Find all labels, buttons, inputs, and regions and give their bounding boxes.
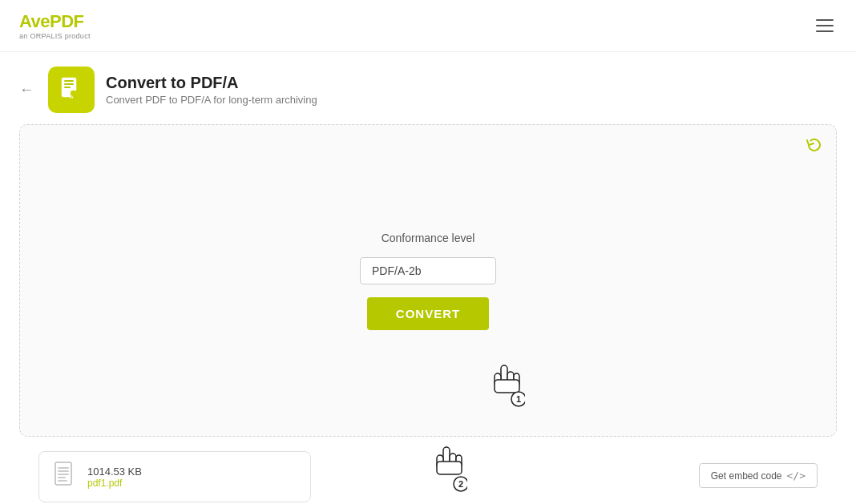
hamburger-menu[interactable]: [813, 16, 837, 35]
file-name: pdf1.pdf: [87, 478, 142, 489]
hamburger-line-1: [816, 19, 834, 21]
logo-area: AvePDF an ORPALIS product: [19, 11, 91, 40]
svg-rect-21: [58, 467, 69, 469]
embed-label: Get embed code: [711, 470, 782, 482]
dropdown-container: PDF/A-1a PDF/A-1b PDF/A-2a PDF/A-2b PDF/…: [360, 257, 496, 284]
svg-rect-2: [64, 83, 74, 85]
svg-rect-25: [58, 480, 67, 482]
file-size: 1014.53 KB: [87, 466, 142, 478]
center-content: Conformance level PDF/A-1a PDF/A-1b PDF/…: [20, 125, 836, 436]
page-header: ← A Convert to PDF/A Convert PDF to PDF/…: [0, 52, 856, 124]
page-title: Convert to PDF/A: [106, 74, 317, 92]
hamburger-line-2: [816, 25, 834, 26]
svg-rect-1: [64, 80, 74, 82]
tool-icon-box: A: [48, 67, 95, 113]
logo-highlight: PDF: [50, 11, 84, 31]
reset-icon: [806, 136, 823, 154]
file-details: 1014.53 KB pdf1.pdf: [87, 466, 142, 489]
logo-main: Ave: [19, 11, 50, 31]
logo-sub: an ORPALIS product: [19, 32, 91, 40]
page-title-area: Convert to PDF/A Convert PDF to PDF/A fo…: [106, 74, 317, 106]
svg-rect-3: [64, 87, 71, 88]
svg-rect-24: [58, 477, 66, 478]
file-info-bar: 1014.53 KB pdf1.pdf: [38, 451, 311, 502]
hamburger-line-3: [816, 30, 834, 32]
tool-icon: A: [58, 76, 85, 103]
back-button[interactable]: ←: [19, 82, 34, 99]
conformance-select[interactable]: PDF/A-1a PDF/A-1b PDF/A-2a PDF/A-2b PDF/…: [360, 257, 496, 284]
svg-rect-23: [58, 474, 69, 475]
code-icon: </>: [787, 470, 806, 482]
svg-rect-22: [58, 470, 69, 472]
reset-button[interactable]: [806, 136, 823, 158]
logo: AvePDF: [19, 11, 91, 32]
svg-text:A: A: [70, 95, 74, 99]
conformance-label: Conformance level: [382, 232, 475, 244]
convert-button[interactable]: CONVERT: [367, 297, 489, 330]
main-card: Conformance level PDF/A-1a PDF/A-1b PDF/…: [19, 124, 837, 437]
file-icon: [54, 462, 76, 492]
embed-code-button[interactable]: Get embed code </>: [699, 463, 818, 488]
header: AvePDF an ORPALIS product: [0, 0, 856, 52]
page-subtitle: Convert PDF to PDF/A for long-term archi…: [106, 94, 317, 106]
